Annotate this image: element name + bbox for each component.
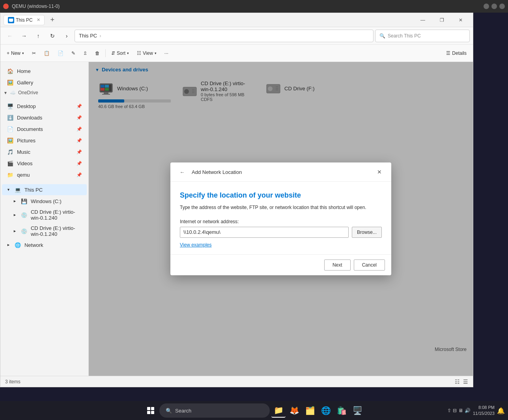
taskbar-time[interactable]: 8:08 PM 11/15/2023 (473, 405, 495, 417)
next-btn[interactable]: Next (324, 259, 351, 271)
view-toggle-icon[interactable]: ☷ (455, 379, 460, 385)
time-display: 8:08 PM (473, 405, 495, 411)
chevron-right-icon: ► (13, 199, 17, 203)
dialog-address-input[interactable] (180, 227, 349, 238)
tablet-mode-icon[interactable]: ⊟ (453, 408, 457, 413)
taskbar-app-misc[interactable]: 🖥️ (350, 403, 364, 418)
search-box[interactable]: 🔍 Search This PC (375, 30, 470, 42)
folder-icon: 📁 (7, 171, 14, 178)
toolbar: + New ▾ ✂ 📋 📄 ✎ ⇫ 🗑 ⇵ Sort ▾ ☷ Vie (0, 45, 473, 62)
taskbar-center: 🔍 Search 📁 🦊 🗂️ 🌐 🛍️ 🖥️ (144, 403, 364, 418)
dialog-back-btn[interactable]: ← (177, 166, 188, 177)
sidebar-item-videos[interactable]: 🎬 Videos 📌 (2, 158, 87, 169)
sidebar-item-this-pc[interactable]: ▼ 💻 This PC (2, 184, 87, 195)
taskbar-app-folder2[interactable]: 🗂️ (303, 403, 317, 418)
new-chevron-icon: ▾ (22, 51, 24, 55)
windows-logo-icon (147, 407, 154, 414)
address-box[interactable]: This PC › (75, 30, 374, 42)
view-examples-link[interactable]: View examples (180, 242, 211, 248)
add-network-location-dialog: ← Add Network Location ✕ Specify the loc… (170, 162, 391, 275)
dialog-close-btn[interactable]: ✕ (374, 166, 385, 177)
add-tab-btn[interactable]: + (47, 15, 58, 26)
chevron-right-icon-2: ► (13, 213, 17, 217)
tab-title: This PC (16, 17, 33, 23)
chevron-up-icon[interactable]: ⇧ (447, 408, 451, 413)
title-bar-title: QEMU (windows-11-0) (12, 4, 60, 9)
dialog-browse-btn[interactable]: Browse... (352, 227, 382, 238)
logo-sq-4 (151, 411, 154, 414)
pin-icon-2: 📌 (77, 115, 82, 120)
breadcrumb-arrow[interactable]: › (60, 30, 73, 42)
taskbar: 🔍 Search 📁 🦊 🗂️ 🌐 🛍️ 🖥️ ⇧ ⊟ 🖥 🔊 (0, 401, 508, 420)
sidebar-onedrive-label: OneDrive (18, 90, 38, 95)
close-btn[interactable]: ✕ (452, 15, 470, 26)
sidebar-cde1-label: CD Drive (E:) virtio-win-0.1.240 (31, 209, 82, 221)
sidebar-group-onedrive[interactable]: ▼ ☁️ OneDrive (0, 88, 88, 97)
dialog-description: Type the address of the website, FTP sit… (180, 204, 382, 211)
cut-btn[interactable]: ✂ (29, 47, 39, 60)
new-btn[interactable]: + New ▾ (4, 47, 27, 60)
paste-btn[interactable]: 📄 (54, 47, 67, 60)
taskbar-app-store[interactable]: 🛍️ (334, 403, 349, 418)
view-btn[interactable]: ☷ View ▾ (134, 47, 160, 60)
view-label: View (143, 50, 153, 56)
taskbar-app-edge[interactable]: 🌐 (319, 403, 333, 418)
desktop-icon: 🖥️ (7, 103, 14, 110)
toolbar-right: ☰ Details (443, 47, 470, 60)
view-details-icon[interactable]: ☰ (463, 379, 468, 385)
pin-icon-3: 📌 (77, 127, 82, 132)
sidebar-item-windows-c[interactable]: ► 💾 Windows (C:) (2, 196, 87, 207)
volume-icon[interactable]: 🔊 (465, 408, 471, 413)
date-display: 11/15/2023 (473, 411, 495, 416)
store-icon: 🛍️ (337, 406, 347, 415)
delete-btn[interactable]: 🗑 (92, 47, 103, 60)
explorer-window: This PC ✕ + — ❐ ✕ ← → ↑ ↻ › This PC › 🔍 … (0, 13, 473, 387)
sort-btn[interactable]: ⇵ Sort ▾ (108, 47, 132, 60)
sidebar-pictures-label: Pictures (17, 138, 35, 144)
taskbar-search[interactable]: 🔍 Search (159, 403, 270, 418)
taskbar-app-browser[interactable]: 🦊 (287, 403, 301, 418)
cancel-btn[interactable]: Cancel (354, 259, 385, 271)
sidebar-item-qemu[interactable]: 📁 qemu 📌 (2, 169, 87, 180)
logo-sq-1 (147, 407, 150, 410)
sidebar-item-downloads[interactable]: ⬇️ Downloads 📌 (2, 112, 87, 123)
title-bar-btn-3 (499, 4, 505, 9)
rename-btn[interactable]: ✎ (68, 47, 78, 60)
sidebar-qemu-label: qemu (17, 172, 30, 178)
sidebar-item-music[interactable]: 🎵 Music 📌 (2, 146, 87, 157)
details-btn[interactable]: ☰ Details (443, 47, 470, 60)
notification-icon[interactable]: 🔔 (497, 407, 505, 414)
start-btn[interactable] (144, 403, 158, 418)
sidebar-item-desktop[interactable]: 🖥️ Desktop 📌 (2, 101, 87, 112)
forward-btn[interactable]: → (18, 30, 30, 42)
copy-btn[interactable]: 📋 (41, 47, 53, 60)
dialog-overlay: ← Add Network Location ✕ Specify the loc… (89, 62, 473, 376)
cd-icon-2: 💿 (21, 228, 28, 235)
sidebar-spacer (0, 97, 88, 100)
sidebar-item-network[interactable]: ► 🌐 Network (2, 239, 87, 250)
up-btn[interactable]: ↑ (32, 30, 45, 42)
more-btn[interactable]: ··· (161, 47, 172, 60)
display-icon[interactable]: 🖥 (458, 408, 463, 413)
taskbar-sys-icons: ⇧ ⊟ 🖥 🔊 (447, 408, 471, 413)
sidebar-item-home[interactable]: 🏠 Home (2, 65, 87, 77)
sidebar-item-gallery[interactable]: 🖼️ Gallery (2, 77, 87, 88)
pin-icon-5: 📌 (77, 149, 82, 155)
sidebar-videos-label: Videos (17, 161, 33, 166)
sidebar-item-cd-e2[interactable]: ► 💿 CD Drive (E:) virtio-win-0.1.240 (2, 223, 87, 239)
back-btn[interactable]: ← (4, 30, 16, 42)
tab-this-pc[interactable]: This PC ✕ (4, 15, 45, 25)
sidebar-cde2-label: CD Drive (E:) virtio-win-0.1.240 (31, 225, 82, 237)
maximize-btn[interactable]: ❐ (433, 15, 451, 26)
refresh-btn[interactable]: ↻ (46, 30, 59, 42)
sidebar-item-cd-e1[interactable]: ► 💿 CD Drive (E:) virtio-win-0.1.240 (2, 207, 87, 223)
dialog-footer: Next Cancel (170, 254, 391, 275)
tab-close-btn[interactable]: ✕ (37, 17, 40, 22)
share-btn[interactable]: ⇫ (80, 47, 90, 60)
minimize-btn[interactable]: — (414, 15, 432, 26)
taskbar-app-explorer[interactable]: 📁 (271, 403, 286, 418)
sidebar-item-documents[interactable]: 📄 Documents 📌 (2, 123, 87, 134)
sidebar-windowsc-label: Windows (C:) (31, 198, 62, 204)
folder2-icon: 🗂️ (305, 406, 315, 415)
sidebar-item-pictures[interactable]: 🖼️ Pictures 📌 (2, 135, 87, 146)
